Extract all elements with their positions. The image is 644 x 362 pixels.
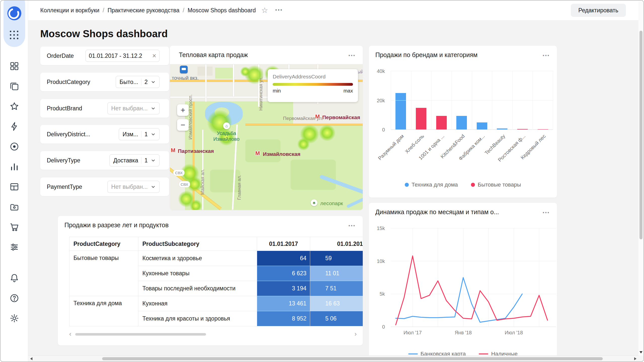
- window-horizontal-scrollbar[interactable]: [28, 355, 638, 361]
- zoom-out-button[interactable]: −: [177, 119, 189, 131]
- nav-home-icon[interactable]: [10, 61, 19, 71]
- subcategory-cell: Косметика и здоровье: [138, 251, 257, 266]
- bar-slot: [512, 71, 533, 130]
- value-cell-2018: 59: [310, 251, 363, 266]
- filter-delivery-district: DeliveryDistrict... Изм... 1: [40, 125, 169, 144]
- dynamics-svg: [391, 228, 556, 327]
- filter-label: ProductCategory: [47, 79, 90, 85]
- delivery-district-select[interactable]: Изм... 1: [119, 128, 159, 140]
- filter-label: DeliveryDistrict...: [47, 131, 90, 138]
- chevron-down-icon: [151, 106, 156, 111]
- bar[interactable]: [416, 108, 426, 130]
- y-tick-label: 20k: [377, 98, 385, 103]
- zoom-in-button[interactable]: +: [177, 104, 189, 116]
- map-canvas[interactable]: точный вкз. Сиреневый Никитинская ул. Пе…: [170, 64, 363, 210]
- more-icon[interactable]: …: [348, 219, 356, 228]
- scroll-down-arrow-icon[interactable]: [639, 351, 642, 353]
- breadcrumb-guides[interactable]: Практические руководства: [107, 7, 179, 14]
- line-series[interactable]: [396, 278, 522, 322]
- gridline-vertical: [512, 71, 513, 130]
- edit-button[interactable]: Редактировать: [571, 4, 626, 17]
- scroll-left-icon[interactable]: ‹: [69, 331, 71, 337]
- sidebar: [1, 1, 28, 361]
- nav-services-icon[interactable]: [10, 242, 19, 252]
- nav-favorites-icon[interactable]: [10, 102, 19, 111]
- gridline-vertical: [431, 71, 431, 130]
- date-range-input[interactable]: 01.01.2017 - 31.12.2 ×: [86, 50, 159, 62]
- subcategory-cell: Товары последней необходимости: [138, 281, 257, 296]
- scrollbar-corner: [638, 355, 643, 361]
- poi-label: Усадьба Измайлово: [210, 130, 243, 142]
- nav-connections-icon[interactable]: [10, 122, 19, 131]
- select-divider: [141, 79, 141, 85]
- bar[interactable]: [436, 116, 447, 130]
- bar-slot: [411, 71, 431, 130]
- category-label: Хлеб-соль: [404, 133, 425, 155]
- map-forest-patch: [245, 140, 280, 162]
- widget-title: Продажи в разрезе лет и продуктов: [64, 221, 169, 229]
- scroll-right-arrow-icon[interactable]: [634, 357, 636, 360]
- vertical-scroll-thumb[interactable]: [639, 31, 642, 239]
- scroll-right-icon[interactable]: ›: [354, 331, 357, 337]
- product-brand-select[interactable]: Нет выбран...: [107, 102, 159, 114]
- more-icon[interactable]: …: [542, 49, 550, 58]
- nav-collections-icon[interactable]: [10, 81, 19, 91]
- y-tick-label: 10k: [377, 258, 385, 264]
- line-series[interactable]: [396, 256, 547, 325]
- legend-item[interactable]: Бытовые товары: [471, 182, 521, 188]
- breadcrumb-collections[interactable]: Коллекции и воркбуки: [40, 7, 99, 14]
- nav-datasets-icon[interactable]: [10, 142, 19, 151]
- filter-label: PaymentType: [47, 184, 82, 190]
- bar[interactable]: [477, 122, 487, 130]
- legend-dot-icon: [471, 183, 475, 187]
- metro-icon[interactable]: М: [315, 113, 320, 120]
- table-scroll-thumb[interactable]: [75, 333, 206, 336]
- select-placeholder: Нет выбран...: [111, 105, 148, 112]
- museum-icon[interactable]: ⌂: [223, 122, 230, 129]
- metro-icon[interactable]: М: [255, 150, 260, 157]
- select-count: 1: [144, 131, 148, 138]
- nav-marketplace-icon[interactable]: [10, 222, 19, 232]
- scroll-left-arrow-icon[interactable]: [30, 357, 32, 360]
- bar[interactable]: [395, 93, 406, 130]
- datalens-logo-icon[interactable]: [7, 6, 22, 21]
- map-street-label: Майская ал.: [200, 169, 205, 195]
- window-vertical-scrollbar[interactable]: [638, 1, 643, 355]
- payment-type-select[interactable]: Нет выбран...: [107, 181, 159, 193]
- sidebar-nav: [1, 61, 28, 252]
- y-tick-label: 5k: [380, 291, 385, 297]
- legend-min-label: min: [273, 88, 281, 94]
- table-column-header: 01.01.2017: [257, 237, 310, 251]
- breadcrumb-separator: /: [103, 7, 104, 14]
- apps-grid-icon[interactable]: [10, 31, 18, 39]
- metro-icon[interactable]: М: [171, 147, 175, 154]
- horizontal-scroll-thumb[interactable]: [102, 357, 603, 360]
- nav-charts-icon[interactable]: [10, 162, 19, 171]
- notifications-bell-icon[interactable]: [10, 273, 19, 283]
- map-label: лесопарк: [320, 200, 343, 206]
- bar[interactable]: [456, 116, 467, 130]
- dynamics-xaxis: Июл '17Янв '18Июл '18: [391, 330, 556, 337]
- header-more-icon[interactable]: …: [275, 3, 284, 13]
- help-icon[interactable]: [10, 293, 19, 303]
- subcategory-cell: Техника для красоты и здоровья: [138, 311, 257, 326]
- widget-title: Продажи по брендам и категориям: [375, 51, 477, 59]
- nav-storage-icon[interactable]: [10, 202, 19, 212]
- legend-item[interactable]: Техника для дома: [405, 182, 458, 188]
- metro-station-label: Первомайская: [322, 114, 360, 120]
- tree-icon[interactable]: ♣: [311, 199, 317, 206]
- clear-icon[interactable]: ×: [152, 53, 156, 59]
- product-category-select[interactable]: Быто... 2: [116, 76, 159, 88]
- more-icon[interactable]: …: [542, 206, 550, 215]
- rail-station-icon[interactable]: [180, 66, 188, 73]
- category-label: Разумный дом: [377, 133, 405, 161]
- y-tick-label: 15k: [377, 225, 385, 231]
- settings-gear-icon[interactable]: [10, 313, 19, 323]
- legend-line-icon: [408, 353, 418, 354]
- widget-title: Тепловая карта продаж: [179, 51, 248, 59]
- nav-tables-icon[interactable]: [10, 182, 19, 192]
- more-icon[interactable]: …: [348, 49, 356, 58]
- delivery-type-select[interactable]: Доставка 1: [109, 154, 159, 166]
- value-cell-2017: 3 194: [257, 281, 310, 296]
- favorite-star-icon[interactable]: ☆: [261, 7, 268, 14]
